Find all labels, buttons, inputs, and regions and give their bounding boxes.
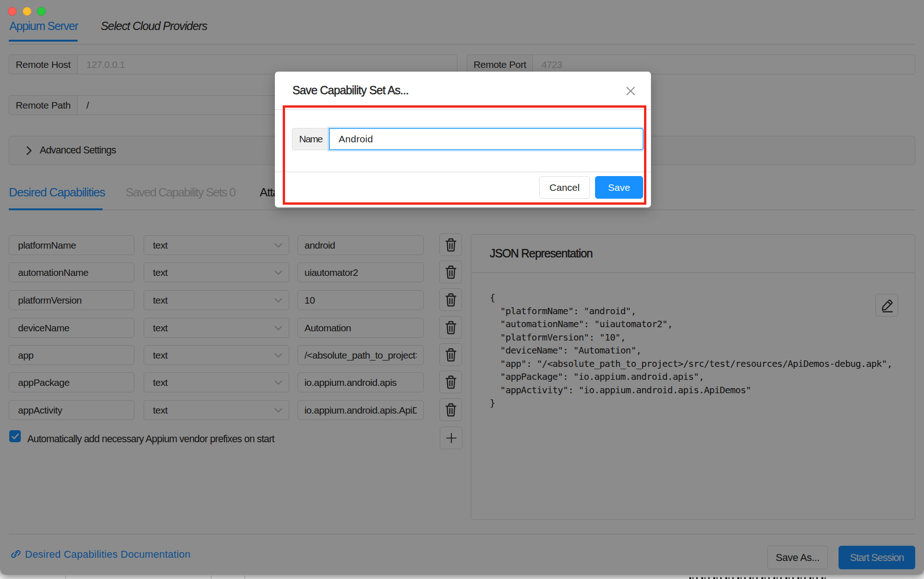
divider [244,575,245,579]
divider [65,575,66,579]
annotation-highlight-rectangle [283,105,646,205]
background-window-strip [0,575,924,579]
divider [211,575,212,579]
close-icon[interactable] [625,85,636,97]
clipped-text-fragment [689,577,826,579]
minimize-window-button[interactable] [23,7,31,16]
window-controls [8,7,46,16]
modal-title: Save Capability Set As... [292,84,408,97]
zoom-window-button[interactable] [37,7,46,16]
close-window-button[interactable] [8,7,17,16]
